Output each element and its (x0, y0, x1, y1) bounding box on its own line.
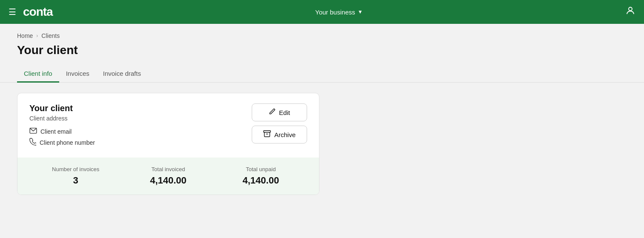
edit-button[interactable]: Edit (252, 103, 307, 121)
archive-icon (263, 130, 271, 139)
tab-client-info[interactable]: Client info (17, 66, 59, 83)
stat-total-invoiced: Total invoiced 4,140.00 (122, 166, 214, 186)
tabs-bar: Client info Invoices Invoice drafts (0, 66, 644, 83)
client-phone: Client phone number (40, 139, 95, 146)
archive-label: Archive (274, 131, 296, 138)
client-info: Your client Client address Client email (29, 103, 95, 147)
menu-icon[interactable]: ☰ (9, 7, 16, 17)
action-buttons: Edit Archive (252, 103, 307, 143)
tab-invoice-drafts[interactable]: Invoice drafts (96, 66, 148, 83)
breadcrumb-current: Clients (41, 32, 60, 39)
total-unpaid-value: 4,140.00 (243, 175, 279, 186)
client-email: Client email (40, 128, 72, 135)
business-label: Your business (315, 9, 355, 16)
edit-icon (269, 108, 276, 117)
chevron-down-icon: ▼ (358, 9, 363, 15)
header: ☰ conta Your business ▼ (0, 0, 644, 24)
client-phone-row: Client phone number (29, 138, 95, 147)
total-invoiced-value: 4,140.00 (150, 175, 187, 186)
client-stats: Number of invoices 3 Total invoiced 4,14… (17, 158, 319, 195)
logo[interactable]: conta (23, 5, 53, 19)
user-icon[interactable] (625, 6, 635, 18)
client-card-top: Your client Client address Client email (17, 93, 319, 158)
archive-button[interactable]: Archive (252, 126, 307, 143)
main-content: Your client Client address Client email (0, 83, 644, 205)
client-contact: Client email Client phone number (29, 128, 95, 147)
email-icon (29, 128, 37, 135)
breadcrumb: Home › Clients (0, 24, 644, 42)
total-invoiced-label: Total invoiced (152, 166, 185, 172)
invoices-value: 3 (73, 175, 78, 186)
breadcrumb-separator: › (36, 33, 38, 39)
svg-point-0 (629, 7, 632, 11)
client-email-row: Client email (29, 128, 95, 135)
tab-invoices[interactable]: Invoices (59, 66, 96, 83)
client-card: Your client Client address Client email (17, 93, 319, 195)
page-title: Your client (0, 42, 644, 66)
client-address: Client address (29, 115, 95, 122)
svg-rect-2 (264, 131, 270, 132)
breadcrumb-home[interactable]: Home (17, 32, 33, 39)
total-unpaid-label: Total unpaid (246, 166, 276, 172)
business-selector[interactable]: Your business ▼ (315, 9, 363, 16)
edit-label: Edit (279, 109, 290, 116)
phone-icon (29, 138, 36, 147)
stat-total-unpaid: Total unpaid 4,140.00 (215, 166, 307, 186)
invoices-label: Number of invoices (52, 166, 99, 172)
stat-invoices: Number of invoices 3 (29, 166, 122, 186)
client-name: Your client (29, 103, 95, 113)
